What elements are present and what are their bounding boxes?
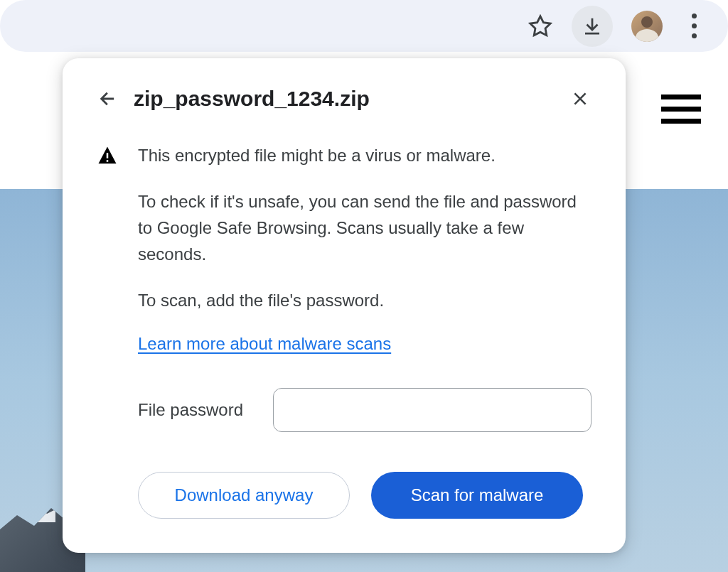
download-anyway-button[interactable]: Download anyway: [138, 472, 350, 519]
kebab-menu-icon[interactable]: [681, 14, 707, 39]
popup-filename: zip_password_1234.zip: [134, 87, 569, 111]
warning-heading: This encrypted file might be a virus or …: [138, 144, 496, 168]
info-paragraph-2: To scan, add the file's password.: [138, 287, 592, 313]
button-row: Download anyway Scan for malware: [138, 472, 592, 519]
svg-rect-1: [107, 153, 109, 158]
popup-body: This encrypted file might be a virus or …: [97, 144, 592, 519]
bookmark-star-icon[interactable]: [528, 14, 553, 39]
info-paragraph-1: To check if it's unsafe, you can send th…: [138, 188, 592, 268]
password-label: File password: [138, 400, 273, 420]
scan-for-malware-button[interactable]: Scan for malware: [371, 472, 583, 519]
svg-rect-2: [107, 160, 109, 162]
profile-avatar[interactable]: [631, 11, 663, 42]
browser-toolbar: [0, 0, 728, 52]
close-icon[interactable]: [569, 87, 592, 110]
warning-row: This encrypted file might be a virus or …: [97, 144, 592, 168]
popup-header: zip_password_1234.zip: [97, 87, 592, 111]
warning-triangle-icon: [97, 145, 118, 166]
back-arrow-icon[interactable]: [97, 87, 119, 110]
svg-marker-0: [530, 16, 550, 35]
downloads-icon[interactable]: [572, 6, 613, 47]
password-row: File password: [138, 388, 592, 432]
download-warning-popup: zip_password_1234.zip This encrypted fil…: [63, 58, 626, 553]
file-password-input[interactable]: [273, 388, 592, 432]
hamburger-menu-icon[interactable]: [661, 95, 701, 124]
learn-more-link[interactable]: Learn more about malware scans: [138, 334, 391, 354]
